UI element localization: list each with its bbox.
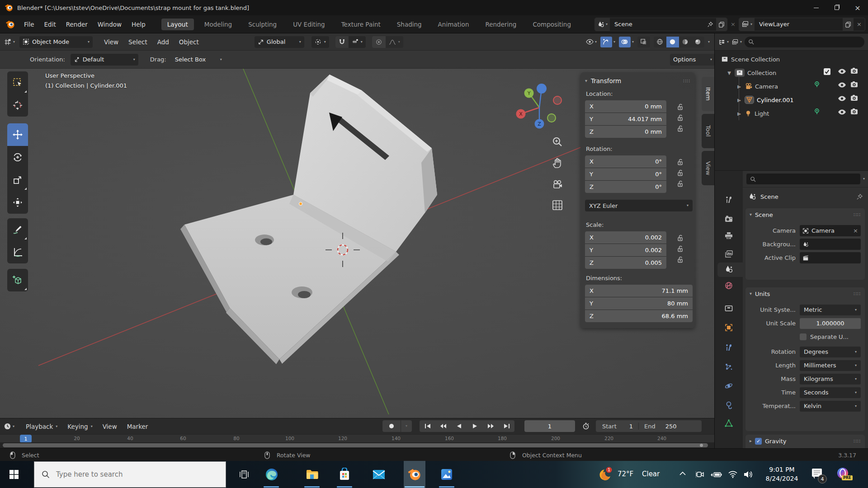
transform-orientation-dropdown[interactable]: Global ▾ (255, 36, 304, 48)
outliner-display-mode-button[interactable]: ▾ (731, 38, 742, 46)
taskbar-search[interactable] (34, 461, 226, 488)
taskbar-weather-desc[interactable]: Clear (642, 470, 660, 478)
tab-modifier-properties[interactable] (724, 343, 734, 353)
location-y-field[interactable]: Y44.017 mm (585, 113, 666, 125)
tab-scene-properties[interactable] (724, 265, 734, 275)
show-overlays-toggle[interactable] (619, 37, 631, 47)
tab-shading[interactable]: Shading (391, 19, 428, 30)
close-button[interactable]: × (847, 0, 868, 15)
expand-icon[interactable]: ▼ (726, 70, 732, 75)
tool-transform[interactable] (7, 191, 28, 214)
menu-marker[interactable]: Marker (122, 420, 153, 433)
remove-viewlayer-icon[interactable]: × (854, 21, 865, 28)
menu-file[interactable]: File (19, 18, 39, 31)
temperature-dropdown[interactable]: Kelvin▾ (800, 401, 861, 412)
clear-camera-icon[interactable]: × (853, 227, 858, 234)
mail-icon[interactable] (372, 467, 386, 482)
outliner-row-collection[interactable]: ▼ Collection (726, 66, 776, 80)
proportional-editing-toggle[interactable] (372, 36, 386, 48)
tab-data-properties[interactable] (724, 419, 734, 429)
properties-search-input[interactable] (746, 174, 860, 184)
tab-collection-properties[interactable] (724, 304, 734, 314)
active-clip-field[interactable] (800, 252, 861, 263)
start-frame-field[interactable]: 1 (629, 423, 633, 430)
hide-collection-eye-icon[interactable] (838, 68, 846, 75)
previous-keyframe-button[interactable] (435, 420, 451, 432)
drag-dropdown[interactable]: Select Box ▾ (172, 54, 225, 66)
rotation-y-field[interactable]: Y0° (585, 168, 666, 180)
toggle-ortho-icon[interactable] (551, 199, 564, 211)
background-scene-field[interactable] (800, 239, 861, 250)
tool-select-box[interactable] (7, 71, 28, 94)
disable-render-cylinder-icon[interactable] (850, 94, 858, 101)
dimensions-x-field[interactable]: X71.1 mm (585, 285, 693, 297)
xray-toggle[interactable] (637, 37, 650, 47)
collection-checkbox[interactable] (823, 68, 831, 75)
shading-solid-button[interactable] (666, 37, 679, 47)
tool-add-cube[interactable] (7, 269, 28, 291)
outliner-search-input[interactable] (745, 37, 864, 47)
pivot-point-dropdown[interactable]: ▾ (311, 36, 329, 48)
end-frame-field[interactable]: 250 (665, 423, 677, 430)
separate-units-checkbox[interactable]: Separate U... (800, 333, 861, 340)
tab-constraint-properties[interactable] (724, 401, 734, 411)
gravity-panel-expand[interactable]: ▸ (750, 439, 752, 443)
tab-sculpting[interactable]: Sculpting (242, 19, 283, 30)
lock-scale-x-icon[interactable] (677, 234, 687, 241)
shading-material-button[interactable] (679, 37, 692, 47)
wifi-icon[interactable] (728, 470, 738, 479)
play-reverse-button[interactable] (451, 420, 467, 432)
outliner-row-light[interactable]: ▶ Light (736, 107, 769, 120)
timeline-ruler[interactable]: 20 40 60 80 100 120 140 160 180 200 220 … (0, 434, 714, 442)
tab-render-properties[interactable] (724, 215, 734, 225)
shading-dropdown[interactable]: ▾ (708, 40, 710, 44)
shading-wireframe-button[interactable] (654, 37, 666, 47)
tab-object-properties[interactable] (724, 323, 734, 333)
lock-scale-z-icon[interactable] (677, 256, 687, 263)
navigation-gizmo[interactable]: Y X Z (511, 73, 570, 132)
tool-rotate[interactable] (7, 146, 28, 169)
menu-window[interactable]: Window (93, 18, 127, 31)
edge-icon[interactable] (264, 467, 279, 482)
transform-panel-grip[interactable]: ∷∷ (683, 78, 690, 84)
snap-toggle[interactable] (335, 36, 349, 48)
tab-animation[interactable]: Animation (432, 19, 475, 30)
expand-icon[interactable]: ▶ (736, 111, 742, 116)
transform-panel-collapse[interactable]: ▾ (585, 79, 587, 83)
rotation-z-field[interactable]: Z0° (585, 181, 666, 193)
minimize-button[interactable] (806, 0, 826, 15)
tab-modeling[interactable]: Modeling (198, 19, 238, 30)
tab-viewlayer-properties[interactable] (724, 249, 734, 259)
shading-rendered-button[interactable] (692, 37, 704, 47)
scale-x-field[interactable]: X0.002 (585, 231, 666, 244)
tab-particle-properties[interactable] (724, 362, 734, 372)
unlink-scene-icon[interactable]: × (727, 21, 739, 28)
expand-icon[interactable]: ▶ (736, 98, 742, 103)
lock-rotation-y-icon[interactable] (677, 169, 687, 176)
copilot-icon[interactable]: PRE (835, 466, 851, 482)
orientation-dropdown[interactable]: Default ▾ (71, 54, 138, 66)
blender-menu-logo[interactable] (5, 19, 15, 29)
length-dropdown[interactable]: Millimeters▾ (800, 360, 861, 371)
pin-scene-icon[interactable] (704, 21, 716, 28)
gravity-checkbox[interactable]: ✓ (755, 438, 762, 445)
overlays-dropdown[interactable]: ▾ (632, 40, 634, 44)
tool-move[interactable] (7, 123, 28, 146)
hide-camera-eye-icon[interactable] (838, 82, 846, 88)
units-panel-grip[interactable]: ∷∷ (854, 291, 861, 297)
tab-layout[interactable]: Layout (161, 19, 194, 30)
zoom-view-icon[interactable] (551, 136, 564, 148)
lock-location-x-icon[interactable] (677, 103, 687, 110)
lock-location-z-icon[interactable] (677, 125, 687, 132)
scene-panel-collapse[interactable]: ▾ (750, 212, 752, 217)
tool-measure[interactable] (7, 241, 28, 263)
menu-help[interactable]: Help (127, 18, 151, 31)
tab-uv-editing[interactable]: UV Editing (287, 19, 330, 30)
viewlayer-name[interactable]: ViewLayer (755, 21, 843, 28)
tab-rendering[interactable]: Rendering (479, 19, 522, 30)
mass-dropdown[interactable]: Kilograms▾ (800, 374, 861, 385)
location-z-field[interactable]: Z0 mm (585, 126, 666, 138)
rotation-x-field[interactable]: X0° (585, 155, 666, 168)
unit-scale-field[interactable]: 1.000000 (800, 318, 861, 329)
tray-chevron-icon[interactable] (679, 471, 686, 476)
